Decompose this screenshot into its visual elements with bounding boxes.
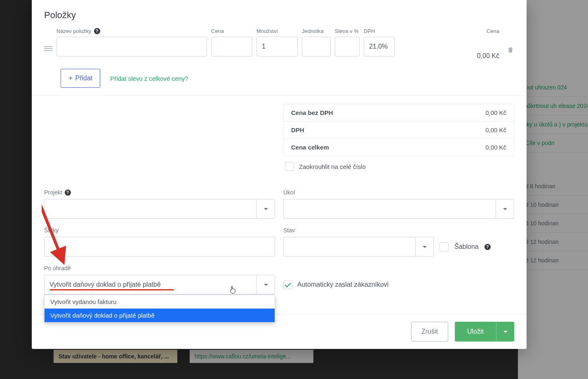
total-vat-label: DPH bbox=[291, 126, 304, 133]
project-label: Projekt bbox=[44, 189, 62, 196]
save-dropdown-button[interactable] bbox=[496, 322, 514, 342]
tags-input[interactable] bbox=[44, 237, 275, 257]
after-payment-label: Po úhradě bbox=[44, 265, 275, 271]
drag-handle-icon[interactable] bbox=[44, 46, 52, 51]
header-vat: DPH bbox=[364, 28, 395, 34]
item-name-input[interactable] bbox=[56, 37, 207, 56]
modal: Položky Název položky ? Cena Množství bbox=[32, 0, 527, 349]
item-price-input[interactable] bbox=[211, 37, 252, 56]
totals-box: Cena bez DPH 0,00 Kč DPH 0,00 Kč Cena ce… bbox=[283, 104, 514, 156]
item-vat-input[interactable] bbox=[364, 37, 395, 56]
status-select[interactable] bbox=[283, 237, 434, 257]
total-exvat-value: 0,00 Kč bbox=[485, 109, 506, 116]
plus-icon: + bbox=[68, 74, 73, 83]
round-checkbox[interactable] bbox=[285, 162, 294, 171]
after-payment-selected: Vytvořit daňový doklad o přijaté platbě bbox=[49, 281, 161, 288]
help-icon[interactable]: ? bbox=[485, 244, 491, 250]
total-sum-value: 0,00 Kč bbox=[485, 144, 506, 151]
header-total: Cena bbox=[487, 28, 503, 34]
add-total-discount-link[interactable]: Přidat slevu z celkové ceny? bbox=[110, 75, 188, 82]
total-sum-label: Cena celkem bbox=[291, 144, 329, 151]
chevron-down-icon bbox=[503, 331, 508, 333]
chevron-down-icon bbox=[423, 246, 427, 248]
after-payment-option[interactable]: Vytvořit vydanou fakturu bbox=[45, 295, 275, 309]
save-button[interactable]: Uložit bbox=[455, 322, 496, 342]
item-total-value: 0,00 Kč bbox=[477, 52, 503, 60]
template-label: Šablona bbox=[454, 243, 479, 250]
item-qty-input[interactable] bbox=[256, 37, 298, 56]
chevron-down-icon bbox=[503, 208, 507, 210]
task-label: Úkol bbox=[283, 189, 514, 196]
status-label: Stav bbox=[283, 227, 514, 234]
auto-send-label: Automaticky zaslat zákazníkovi bbox=[297, 281, 388, 288]
round-label: Zaokrouhlit na celé číslo bbox=[299, 163, 366, 170]
trash-icon[interactable] bbox=[507, 46, 514, 55]
header-discount: Sleva v % bbox=[335, 28, 360, 34]
help-icon[interactable]: ? bbox=[94, 28, 100, 34]
header-qty: Množství bbox=[256, 28, 298, 34]
item-unit-input[interactable] bbox=[302, 37, 331, 56]
chevron-down-icon bbox=[264, 284, 268, 286]
header-price: Cena bbox=[211, 28, 252, 34]
line-item-row: Název položky ? Cena Množství Jednotka S… bbox=[44, 28, 514, 60]
task-select[interactable] bbox=[283, 199, 514, 219]
after-payment-option[interactable]: Vytvořit daňový doklad o přijaté platbě bbox=[45, 309, 275, 322]
cancel-button[interactable]: Zrušit bbox=[411, 322, 448, 342]
template-checkbox[interactable] bbox=[440, 242, 449, 251]
help-icon[interactable]: ? bbox=[65, 190, 71, 196]
add-item-label: Přidat bbox=[75, 75, 93, 82]
tags-label: Štítky bbox=[44, 227, 275, 234]
header-name: Název položky bbox=[56, 28, 92, 34]
total-exvat-label: Cena bez DPH bbox=[291, 109, 333, 116]
chevron-down-icon bbox=[264, 208, 268, 210]
divider bbox=[32, 95, 527, 96]
total-vat-value: 0,00 Kč bbox=[485, 126, 506, 133]
annotation-underline bbox=[50, 289, 174, 290]
section-title: Položky bbox=[44, 10, 514, 21]
after-payment-dropdown: Vytvořit vydanou fakturu Vytvořit daňový… bbox=[44, 295, 275, 323]
auto-send-checkbox[interactable] bbox=[283, 280, 292, 289]
add-item-button[interactable]: + Přidat bbox=[61, 69, 100, 88]
item-discount-input[interactable] bbox=[335, 37, 360, 56]
project-select[interactable] bbox=[44, 199, 275, 219]
header-unit: Jednotka bbox=[302, 28, 331, 34]
after-payment-select[interactable]: Vytvořit daňový doklad o přijaté platbě bbox=[44, 275, 275, 295]
